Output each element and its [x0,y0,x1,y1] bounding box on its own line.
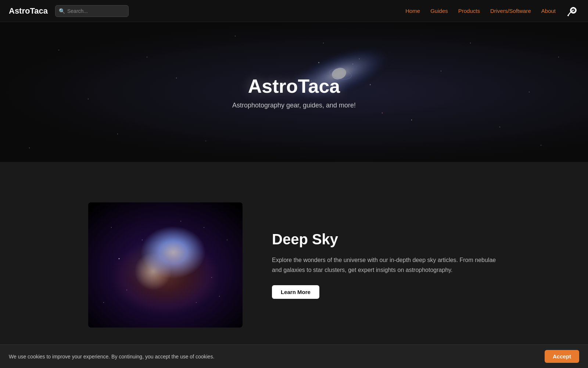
nav-guides[interactable]: Guides [430,8,448,14]
deep-sky-title: Deep Sky [272,231,500,248]
deep-sky-text: Deep Sky Explore the wonders of the univ… [272,231,500,299]
search-icon: 🔍 [59,8,65,14]
cookie-message: We use cookies to improve your experienc… [9,354,214,360]
search-input[interactable] [55,5,129,17]
navbar-right: Home Guides Products Drivers/Software Ab… [405,4,579,18]
hero-section: AstroTaca Astrophotography gear, guides,… [0,22,588,162]
hero-title: AstroTaca [232,75,356,97]
navbar-left: AstroTaca 🔍 [9,5,129,17]
deep-sky-section: Deep Sky Explore the wonders of the univ… [0,162,588,368]
navbar: AstroTaca 🔍 Home Guides Products Drivers… [0,0,588,22]
svg-point-8 [370,84,371,85]
accept-cookie-button[interactable]: Accept [545,350,579,363]
nav-products[interactable]: Products [458,8,480,14]
cookie-banner: We use cookies to improve your experienc… [0,344,588,368]
nebula-simulation [88,202,243,328]
hero-subtitle: Astrophotography gear, guides, and more! [232,102,356,109]
nav-about[interactable]: About [541,8,556,14]
learn-more-button[interactable]: Learn More [272,285,319,299]
svg-point-5 [318,62,319,63]
hero-content: AstroTaca Astrophotography gear, guides,… [232,75,356,109]
brand-logo-icon [566,4,579,18]
brand-title[interactable]: AstroTaca [9,6,48,16]
svg-point-6 [359,59,360,59]
nav-home[interactable]: Home [405,8,420,14]
nebula-image [88,202,243,328]
search-wrapper: 🔍 [55,5,129,17]
deep-sky-description: Explore the wonders of the universe with… [272,255,500,275]
content-inner: Deep Sky Explore the wonders of the univ… [74,202,514,328]
svg-point-2 [567,15,569,16]
nav-drivers[interactable]: Drivers/Software [490,8,531,14]
